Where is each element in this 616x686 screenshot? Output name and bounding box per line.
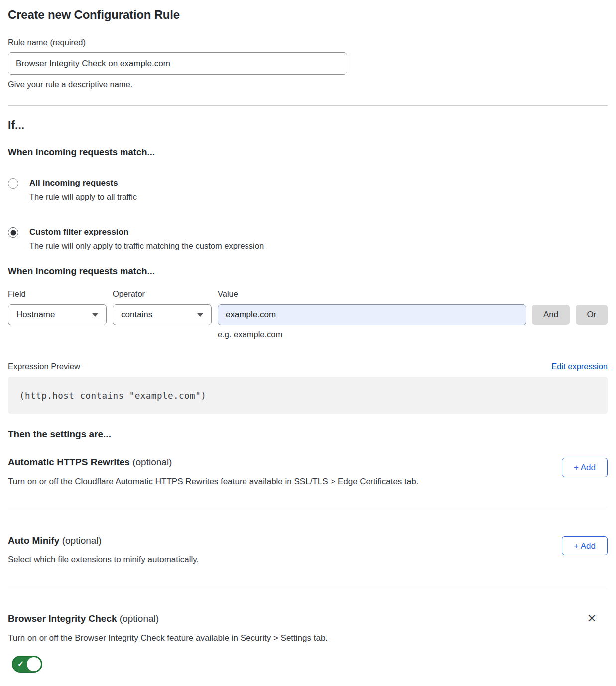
radio-option-description: The rule will apply to all traffic [29, 192, 137, 202]
expression-header: Expression Preview Edit expression [8, 362, 608, 371]
filter-heading: When incoming requests match... [8, 266, 608, 276]
chevron-down-icon [197, 313, 203, 317]
expression-preview-label: Expression Preview [8, 362, 80, 371]
section-divider [8, 105, 608, 106]
radio-option-label: All incoming requests [29, 178, 137, 188]
match-heading: When incoming requests match... [8, 147, 608, 158]
setting-auto-minify: Auto Minify (optional) Select which file… [8, 535, 608, 565]
setting-description: Turn on or off the Cloudflare Automatic … [8, 476, 418, 487]
setting-automatic-https-rewrites: Automatic HTTPS Rewrites (optional) Turn… [8, 456, 608, 487]
rule-name-help: Give your rule a descriptive name. [8, 79, 608, 89]
and-button[interactable]: And [532, 305, 570, 325]
operator-label: Operator [113, 289, 218, 299]
setting-browser-integrity-check: Browser Integrity Check (optional) ✕ Tur… [8, 613, 608, 675]
setting-title-name: Automatic HTTPS Rewrites [8, 457, 130, 467]
value-input[interactable] [218, 304, 526, 325]
edit-expression-link[interactable]: Edit expression [551, 362, 608, 371]
field-select-value: Hostname [16, 310, 55, 320]
radio-option-all-requests[interactable]: All incoming requests The rule will appl… [8, 178, 608, 202]
close-icon[interactable]: ✕ [587, 613, 597, 624]
setting-title-name: Auto Minify [8, 535, 59, 546]
page-title: Create new Configuration Rule [8, 8, 608, 22]
setting-title: Automatic HTTPS Rewrites (optional) [8, 456, 418, 468]
filter-builder-row: Hostname contains And Or [8, 304, 608, 325]
operator-select[interactable]: contains [113, 304, 212, 325]
setting-divider [8, 588, 608, 588]
then-settings-heading: Then the settings are... [8, 428, 608, 440]
setting-optional-tag: (optional) [62, 535, 102, 546]
field-label: Field [8, 289, 113, 299]
setting-title: Auto Minify (optional) [8, 535, 199, 546]
setting-optional-tag: (optional) [120, 613, 159, 624]
setting-divider [8, 508, 608, 508]
setting-description: Turn on or off the Browser Integrity Che… [8, 633, 608, 643]
setting-description: Select which file extensions to minify a… [8, 554, 199, 565]
filter-column-labels: Field Operator Value [8, 289, 608, 299]
toggle-knob [27, 657, 41, 671]
radio-selected-icon[interactable] [8, 227, 18, 238]
expression-code: (http.host contains "example.com") [19, 391, 206, 401]
value-hint: e.g. example.com [218, 330, 608, 339]
rule-name-label: Rule name (required) [8, 37, 608, 47]
rule-name-input[interactable] [8, 52, 347, 75]
chevron-down-icon [92, 313, 98, 317]
radio-option-custom-filter[interactable]: Custom filter expression The rule will o… [8, 227, 608, 251]
radio-option-label: Custom filter expression [29, 227, 264, 237]
radio-option-description: The rule will only apply to traffic matc… [29, 241, 264, 251]
or-button[interactable]: Or [576, 305, 608, 325]
setting-title: Browser Integrity Check (optional) [8, 613, 159, 624]
value-label: Value [218, 289, 608, 299]
field-select[interactable]: Hostname [8, 304, 107, 325]
expression-preview-box: (http.host contains "example.com") [8, 377, 608, 414]
add-auto-minify-button[interactable]: + Add [562, 536, 608, 555]
create-configuration-rule-page: Create new Configuration Rule Rule name … [0, 0, 616, 686]
setting-optional-tag: (optional) [132, 457, 172, 467]
check-icon: ✓ [17, 659, 24, 669]
operator-select-value: contains [121, 310, 152, 320]
add-automatic-https-rewrites-button[interactable]: + Add [562, 458, 608, 477]
radio-unselected-icon[interactable] [8, 178, 18, 189]
setting-title-name: Browser Integrity Check [8, 613, 117, 624]
browser-integrity-check-toggle[interactable]: ✓ [12, 656, 42, 673]
if-heading: If... [8, 118, 608, 132]
